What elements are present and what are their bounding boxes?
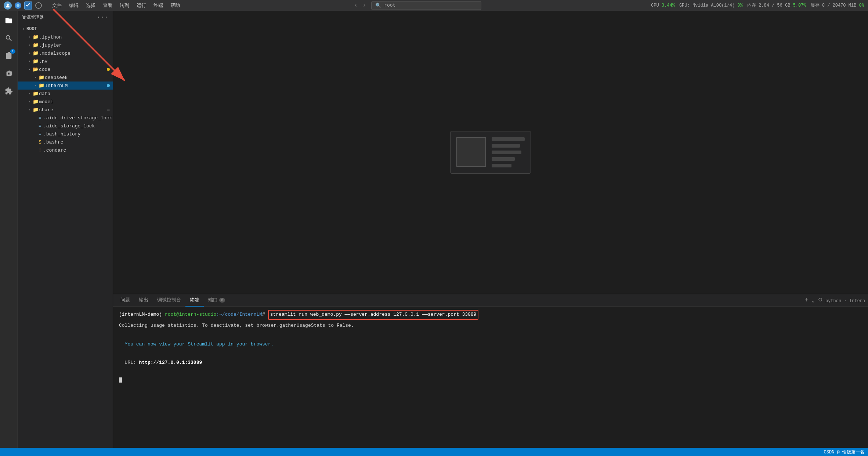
aide-storage-label: .aide_storage_lock	[43, 123, 113, 129]
tree-nv[interactable]: › 📁 .nv	[18, 57, 113, 65]
file-exclaim-icon: !	[37, 148, 43, 153]
circle-icon	[35, 2, 42, 9]
terminal-streamlit-msg: You can now view your Streamlit app in y…	[119, 341, 274, 348]
tree-internlm[interactable]: › 📁 InternLM	[18, 82, 113, 90]
placeholder-line-2	[492, 144, 520, 148]
modelscope-label: .modelscope	[39, 51, 113, 56]
terminal-command-highlighted: streamlit run web_demo.py ——server.addre…	[268, 310, 479, 320]
placeholder-thumb	[456, 137, 486, 167]
menu-file[interactable]: 文件	[49, 1, 65, 10]
tree-bashrc[interactable]: › $ .bashrc	[18, 138, 113, 146]
sidebar-header: 资源管理器 ···	[18, 11, 113, 23]
svg-point-1	[17, 4, 19, 7]
folder-icon: 📁	[32, 34, 39, 40]
activity-scm[interactable]: 1	[2, 49, 15, 62]
file-list-icon3: ≡	[37, 131, 43, 137]
terminal-line-collecting: Collecting usage statistics. To deactiva…	[119, 322, 862, 330]
file-dollar-icon: $	[37, 140, 43, 145]
menu-goto[interactable]: 转到	[117, 1, 132, 10]
menu-terminal[interactable]: 终端	[151, 1, 166, 10]
disk-stat: 显存 0 / 20470 MiB 0%	[811, 2, 864, 8]
placeholder-line-4	[492, 157, 515, 161]
nav-back[interactable]: ‹	[352, 1, 359, 10]
panel-tabs: 问题 输出 调试控制台 终端 端口 8 + ⌄ python · Intern	[113, 294, 868, 307]
tab-ports[interactable]: 端口 8	[204, 294, 229, 307]
tab-output[interactable]: 输出	[134, 294, 153, 307]
sidebar-title: 资源管理器	[22, 15, 44, 20]
placeholder-line-1	[492, 137, 525, 141]
editor-placeholder	[450, 131, 531, 174]
bashrc-label: .bashrc	[43, 140, 113, 145]
prompt-user: root@intern-studio	[165, 311, 216, 319]
root-label: ROOT	[26, 26, 113, 32]
modelscope-arrow-icon: ›	[26, 51, 32, 55]
menu-view[interactable]: 查看	[100, 1, 115, 10]
search-bar[interactable]: 🔍 root	[371, 1, 481, 10]
terminal-command-line: (internLM-demo) root@intern-studio :~/co…	[119, 310, 862, 320]
terminal-line-url: URL: http://127.0.0.1:33089	[119, 359, 862, 367]
jupyter-label: .jupyter	[39, 43, 113, 48]
deepseek-arrow-icon: ›	[32, 76, 38, 80]
activity-debug[interactable]	[2, 67, 15, 80]
ipython-arrow-icon: ›	[26, 35, 32, 39]
terminal-content[interactable]: (internLM-demo) root@intern-studio :~/co…	[113, 307, 868, 448]
mem-stat: 内存 2.84 / 56 GB 5.07%	[747, 2, 806, 8]
activity-bar: 1	[0, 11, 18, 448]
activity-extensions[interactable]	[2, 84, 15, 98]
terminal-line-blank1	[119, 333, 862, 341]
tree-bash-history[interactable]: › ≡ .bash_history	[18, 130, 113, 138]
menu-edit[interactable]: 编辑	[66, 1, 82, 10]
code-label: code	[39, 67, 107, 72]
share-label: share	[39, 107, 107, 113]
tree-condarc[interactable]: › ! .condarc	[18, 146, 113, 154]
folder-icon5: 📁	[38, 75, 45, 80]
sidebar: 资源管理器 ··· ▾ ROOT › 📁 .ipython ›	[18, 11, 113, 448]
tab-terminal[interactable]: 终端	[185, 294, 204, 307]
file-list-icon2: ≡	[37, 123, 43, 129]
folder-open-icon: 📂	[32, 66, 39, 72]
terminal-line-blank2	[119, 351, 862, 359]
tree-deepseek[interactable]: › 📁 deepseek	[18, 73, 113, 82]
terminal-tab-label: python · Intern	[818, 297, 865, 304]
gpu-stat: GPU: Nvidia A100(1/4) 0%	[679, 3, 743, 8]
split-terminal-icon[interactable]: ⌄	[811, 297, 814, 304]
status-right: CSDN @ 恰饭第一名	[824, 449, 864, 455]
vscode-icon[interactable]	[24, 1, 32, 10]
tab-debug-console[interactable]: 调试控制台	[153, 294, 185, 307]
tree-code[interactable]: ▾ 📂 code	[18, 65, 113, 73]
tree-modelscope[interactable]: › 📁 .modelscope	[18, 49, 113, 57]
titlebar-stats: CPU 3.44% GPU: Nvidia A100(1/4) 0% 内存 2.…	[651, 2, 864, 8]
tree-jupyter[interactable]: › 📁 .jupyter	[18, 41, 113, 49]
tree-ipython[interactable]: › 📁 .ipython	[18, 33, 113, 41]
tree-model[interactable]: › 📁 model	[18, 98, 113, 106]
menu-run[interactable]: 运行	[134, 1, 149, 10]
prompt-path: :~/code/InternLM	[216, 311, 262, 319]
file-tree: ▾ ROOT › 📁 .ipython › 📁 .jupyter ›	[18, 23, 113, 448]
ipython-label: .ipython	[39, 35, 113, 40]
folder-icon2: 📁	[32, 42, 39, 48]
nv-arrow-icon: ›	[26, 59, 32, 64]
activity-explorer[interactable]	[2, 14, 15, 27]
deepseek-label: deepseek	[45, 75, 113, 80]
activity-search[interactable]	[2, 32, 15, 45]
menu-select[interactable]: 选择	[83, 1, 98, 10]
tab-problems[interactable]: 问题	[116, 294, 134, 307]
editor-area: 问题 输出 调试控制台 终端 端口 8 + ⌄ python · Intern	[113, 11, 868, 448]
share-sync-icon: ⇐	[107, 107, 110, 113]
cursor-block	[119, 377, 122, 383]
prompt-hash: #	[262, 311, 268, 319]
tree-share[interactable]: › 📁 share ⇐	[18, 106, 113, 114]
cpu-stat: CPU 3.44%	[651, 3, 675, 8]
sidebar-menu-button[interactable]: ···	[97, 14, 108, 21]
add-terminal-icon[interactable]: +	[805, 297, 809, 304]
nv-label: .nv	[39, 59, 113, 64]
editor-content	[113, 11, 868, 294]
tree-aide-storage[interactable]: › ≡ .aide_storage_lock	[18, 122, 113, 130]
menu-help[interactable]: 帮助	[167, 1, 183, 10]
model-arrow-icon: ›	[26, 100, 32, 104]
tree-data[interactable]: › 📁 data	[18, 90, 113, 98]
tree-aide-drive[interactable]: › ≡ .aide_drive_storage_lock	[18, 114, 113, 122]
nav-forward[interactable]: ›	[361, 1, 368, 10]
search-icon: 🔍	[375, 3, 381, 8]
tree-root[interactable]: ▾ ROOT	[18, 25, 113, 33]
